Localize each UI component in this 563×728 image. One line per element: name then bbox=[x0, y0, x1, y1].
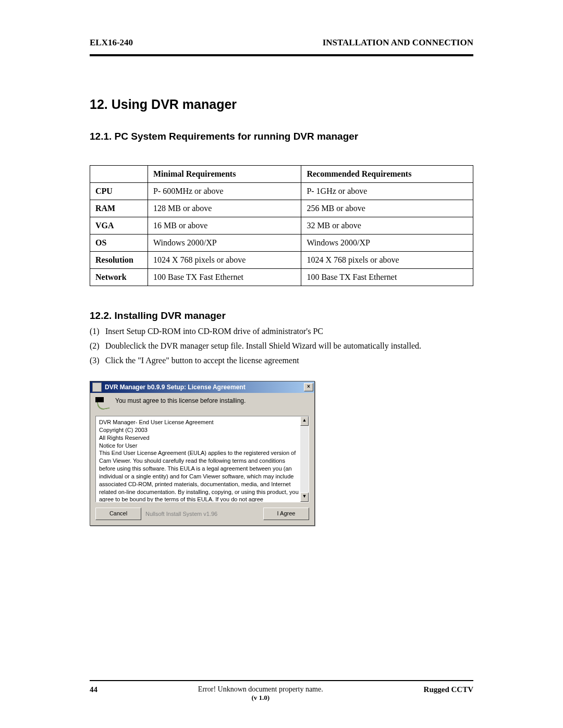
footer-center: Error! Unknown document property name. (… bbox=[97, 685, 424, 702]
install-steps: (1)Insert Setup CD-ROM into CD-ROM drive… bbox=[90, 327, 473, 365]
cell: P- 600MHz or above bbox=[148, 183, 301, 200]
list-item: (3)Click the "I Agree" button to accept … bbox=[90, 356, 473, 365]
table-row: CPU P- 600MHz or above P- 1GHz or above bbox=[90, 183, 473, 200]
close-icon[interactable]: × bbox=[304, 383, 313, 391]
step-text: Insert Setup CD-ROM into CD-ROM drive of… bbox=[105, 327, 323, 336]
cell: Windows 2000/XP bbox=[148, 235, 301, 252]
cell: 100 Base TX Fast Ethernet bbox=[301, 269, 473, 286]
cancel-button[interactable]: Cancel bbox=[95, 508, 141, 520]
footer-error-text: Error! Unknown document property name. bbox=[198, 685, 323, 693]
row-label-ram: RAM bbox=[90, 200, 148, 217]
dialog-titlebar[interactable]: DVR Manager b0.9.9 Setup: License Agreem… bbox=[90, 381, 314, 393]
footer-rule bbox=[90, 680, 473, 681]
header-rule bbox=[90, 54, 473, 56]
cell: 100 Base TX Fast Ethernet bbox=[148, 269, 301, 286]
table-header-recommended: Recommended Requirements bbox=[301, 166, 473, 183]
page-header: ELX16-240 INSTALLATION AND CONNECTION bbox=[90, 38, 473, 53]
table-row: VGA 16 MB or above 32 MB or above bbox=[90, 217, 473, 235]
scroll-down-icon[interactable]: ▼ bbox=[300, 492, 309, 502]
list-item: (2)Doubleclick the DVR manager setup fil… bbox=[90, 341, 473, 351]
cell: 256 MB or above bbox=[301, 200, 473, 217]
installer-label: Nullsoft Install System v1.96 bbox=[145, 511, 259, 517]
header-left: ELX16-240 bbox=[90, 38, 133, 48]
cell: 1024 X 768 pixels or above bbox=[148, 252, 301, 269]
subsection-title-1: 12.1. PC System Requirements for running… bbox=[90, 131, 473, 142]
license-line: Notice for User bbox=[99, 442, 299, 450]
license-textarea[interactable]: DVR Manager- End User License Agreement … bbox=[95, 416, 309, 502]
table-header-row: Minimal Requirements Recommended Require… bbox=[90, 166, 473, 183]
table-row: OS Windows 2000/XP Windows 2000/XP bbox=[90, 235, 473, 252]
license-line: This End User License Agreement (EULA) a… bbox=[99, 449, 299, 502]
dialog-body: You must agree to this license before in… bbox=[90, 393, 314, 525]
section-title: 12. Using DVR manager bbox=[90, 97, 473, 112]
list-item: (1)Insert Setup CD-ROM into CD-ROM drive… bbox=[90, 327, 473, 336]
table-row: RAM 128 MB or above 256 MB or above bbox=[90, 200, 473, 217]
cell: 1024 X 768 pixels or above bbox=[301, 252, 473, 269]
row-label-os: OS bbox=[90, 235, 148, 252]
requirements-table: Minimal Requirements Recommended Require… bbox=[90, 165, 473, 286]
dialog-message: You must agree to this license before in… bbox=[115, 397, 246, 404]
footer-brand: Rugged CCTV bbox=[424, 685, 473, 694]
license-line: Copyright (C) 2003 bbox=[99, 426, 299, 434]
page-number: 44 bbox=[90, 685, 97, 694]
table-header-minimal: Minimal Requirements bbox=[148, 166, 301, 183]
license-dialog: DVR Manager b0.9.9 Setup: License Agreem… bbox=[90, 381, 315, 526]
footer-version: (v 1.0) bbox=[251, 694, 270, 701]
agree-button[interactable]: I Agree bbox=[263, 508, 309, 520]
cell: 128 MB or above bbox=[148, 200, 301, 217]
page-footer: 44 Error! Unknown document property name… bbox=[90, 680, 473, 702]
table-row: Network 100 Base TX Fast Ethernet 100 Ba… bbox=[90, 269, 473, 286]
dialog-button-row: Cancel Nullsoft Install System v1.96 I A… bbox=[95, 508, 309, 520]
scrollbar[interactable]: ▲ ▼ bbox=[300, 416, 309, 502]
step-text: Click the "I Agree" button to accept the… bbox=[105, 356, 299, 365]
license-line: DVR Manager- End User License Agreement bbox=[99, 418, 299, 426]
license-line: All Rights Reserved bbox=[99, 434, 299, 442]
cell: Windows 2000/XP bbox=[301, 235, 473, 252]
subsection-title-2: 12.2. Installing DVR manager bbox=[90, 310, 473, 322]
row-label-network: Network bbox=[90, 269, 148, 286]
scroll-up-icon[interactable]: ▲ bbox=[300, 416, 309, 426]
row-label-cpu: CPU bbox=[90, 183, 148, 200]
document-page: ELX16-240 INSTALLATION AND CONNECTION 12… bbox=[0, 0, 563, 728]
app-icon bbox=[92, 382, 102, 392]
dialog-title: DVR Manager b0.9.9 Setup: License Agreem… bbox=[105, 384, 304, 391]
table-header-blank bbox=[90, 166, 148, 183]
header-right: INSTALLATION AND CONNECTION bbox=[323, 38, 473, 48]
table-row: Resolution 1024 X 768 pixels or above 10… bbox=[90, 252, 473, 269]
install-icon bbox=[95, 397, 110, 412]
cell: 16 MB or above bbox=[148, 217, 301, 235]
scroll-track[interactable] bbox=[300, 426, 309, 492]
row-label-resolution: Resolution bbox=[90, 252, 148, 269]
row-label-vga: VGA bbox=[90, 217, 148, 235]
dialog-message-row: You must agree to this license before in… bbox=[95, 397, 309, 412]
cell: 32 MB or above bbox=[301, 217, 473, 235]
step-text: Doubleclick the DVR manager setup file. … bbox=[105, 341, 421, 350]
cell: P- 1GHz or above bbox=[301, 183, 473, 200]
